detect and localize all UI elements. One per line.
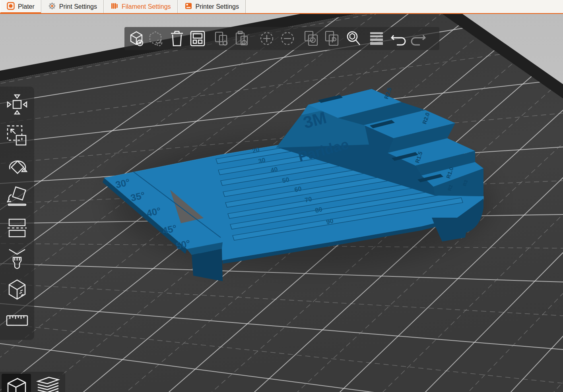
tab-label: Print Settings — [59, 3, 97, 10]
paste-icon — [235, 30, 250, 47]
redo-icon — [410, 30, 426, 47]
search-button[interactable] — [346, 29, 361, 48]
undo-icon — [390, 30, 407, 47]
split-to-objects-icon — [303, 30, 319, 47]
editor-3d-view-button[interactable] — [2, 374, 31, 392]
remove-instance-icon — [280, 30, 295, 47]
tab-print-settings[interactable]: Print Settings — [41, 0, 104, 13]
tab-plater[interactable]: Plater — [0, 0, 41, 13]
arrange-icon — [190, 30, 206, 47]
filament-settings-icon — [111, 2, 118, 12]
paste-button[interactable] — [235, 29, 249, 48]
scale-icon — [6, 124, 28, 149]
variable-layer-height-icon — [369, 30, 384, 47]
seam-painting-icon — [6, 278, 28, 303]
tab-label: Filament Settings — [122, 3, 171, 10]
cut-icon — [6, 216, 28, 241]
cut-tool[interactable] — [4, 216, 30, 242]
copy-icon — [214, 30, 229, 47]
gizmo-toolbar — [0, 87, 34, 340]
remove-object-button[interactable] — [148, 29, 163, 48]
scale-tool[interactable] — [4, 123, 30, 149]
settings-tab-bar: Plater Print Settings Filament Settings … — [0, 0, 563, 14]
remove-instance-button[interactable] — [280, 29, 295, 48]
seam-painting-tool[interactable] — [4, 277, 30, 303]
editor-3d-view-icon — [4, 375, 29, 392]
add-instance-icon — [259, 30, 275, 47]
top-toolbar — [124, 27, 439, 50]
delete-all-button[interactable] — [170, 29, 184, 48]
add-object-icon — [129, 30, 144, 47]
preview-layers-button[interactable] — [33, 374, 63, 392]
arrange-button[interactable] — [190, 29, 205, 48]
add-instance-button[interactable] — [260, 29, 274, 48]
print-settings-icon — [48, 2, 56, 12]
paint-supports-icon — [6, 247, 28, 272]
search-icon — [346, 30, 361, 47]
copy-button[interactable] — [214, 29, 229, 48]
tab-filament-settings[interactable]: Filament Settings — [104, 0, 178, 13]
measure-tool[interactable] — [4, 308, 30, 334]
3d-viewport[interactable]: 20 30 40 50 60 70 80 90 30° 35° 40° 45° … — [0, 13, 563, 392]
plater-icon — [7, 2, 15, 12]
move-tool[interactable] — [4, 92, 30, 118]
tab-label: Plater — [18, 3, 35, 10]
measure-icon — [6, 314, 29, 329]
scene-canvas[interactable]: 20 30 40 50 60 70 80 90 30° 35° 40° 45° … — [0, 13, 563, 392]
rotate-tool[interactable] — [4, 154, 30, 180]
split-to-objects-button[interactable] — [304, 29, 318, 48]
place-on-face-tool[interactable] — [4, 185, 30, 211]
undo-button[interactable] — [392, 29, 406, 48]
add-object-button[interactable] — [129, 29, 144, 48]
delete-all-icon — [170, 30, 184, 47]
view-switcher — [0, 372, 65, 392]
variable-layer-height-button[interactable] — [369, 29, 384, 48]
move-icon — [6, 93, 28, 118]
printer-settings-icon — [184, 2, 192, 12]
tab-bar-filler — [246, 0, 563, 13]
rotate-icon — [6, 154, 28, 180]
paint-supports-tool[interactable] — [4, 247, 30, 273]
split-to-parts-icon — [324, 30, 340, 47]
tab-printer-settings[interactable]: Printer Settings — [178, 0, 246, 13]
tab-label: Printer Settings — [196, 3, 239, 10]
redo-button[interactable] — [411, 29, 425, 48]
remove-object-icon — [148, 30, 163, 47]
preview-layers-icon — [35, 375, 61, 392]
place-on-face-icon — [6, 185, 28, 210]
split-to-parts-button[interactable] — [325, 29, 339, 48]
